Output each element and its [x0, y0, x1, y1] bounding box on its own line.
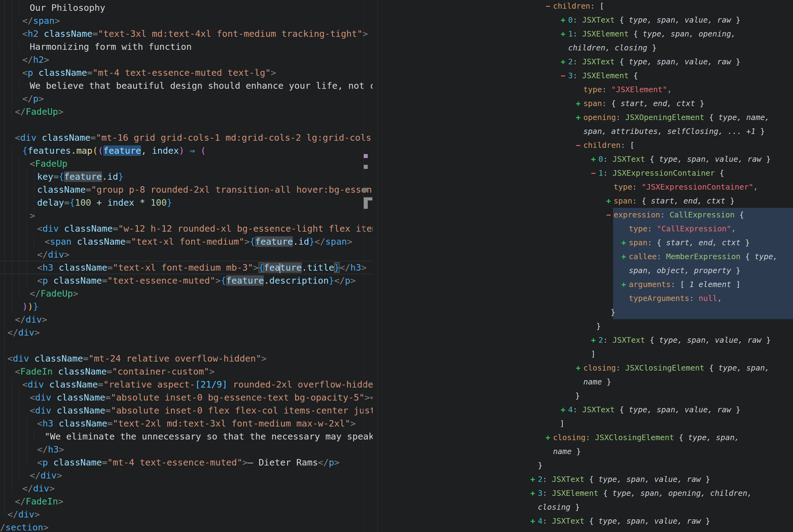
ast-line[interactable]: +span: { start, end, ctxt } — [378, 194, 793, 208]
code-line[interactable]: className="group p-8 rounded-2xl transit… — [0, 183, 373, 196]
expand-toggle-icon[interactable]: + — [530, 472, 538, 486]
code-line[interactable]: Our Philosophy — [0, 1, 373, 14]
ast-line[interactable]: +closing: JSXClosingElement { type, span… — [378, 361, 793, 375]
expand-toggle-icon[interactable]: + — [546, 431, 553, 444]
code-line[interactable]: </h2> — [0, 53, 373, 66]
code-line[interactable]: </p> — [0, 92, 373, 105]
ast-line[interactable]: name } — [378, 444, 793, 458]
ast-line[interactable]: +callee: MemberExpression { type, — [378, 250, 793, 264]
collapse-toggle-icon[interactable]: − — [561, 69, 568, 82]
ast-line[interactable]: −children: [ — [378, 138, 793, 152]
ast-line[interactable]: } — [378, 319, 793, 333]
expand-toggle-icon[interactable]: + — [576, 110, 583, 124]
ast-line[interactable]: −children: [ — [378, 0, 793, 13]
ast-line[interactable]: type: "CallExpression", — [378, 222, 793, 236]
code-line[interactable] — [0, 118, 373, 131]
expand-toggle-icon[interactable]: + — [561, 55, 568, 69]
ast-line[interactable]: −3: JSXElement { — [378, 69, 793, 82]
collapse-toggle-icon[interactable]: − — [591, 166, 598, 180]
ast-line[interactable]: +closing: JSXClosingElement { type, span… — [378, 431, 793, 444]
ast-line[interactable]: +0: JSXText { type, span, value, raw } — [378, 152, 793, 166]
ast-line[interactable]: name } — [378, 375, 793, 389]
code-line[interactable]: ))} — [0, 300, 373, 313]
ast-line[interactable]: closing } — [378, 500, 793, 514]
expand-toggle-icon[interactable]: + — [591, 333, 598, 347]
code-line[interactable]: Harmonizing form with function — [0, 40, 373, 53]
code-line[interactable]: </div> — [0, 469, 373, 482]
expand-toggle-icon[interactable]: + — [621, 236, 629, 250]
expand-toggle-icon[interactable]: + — [576, 96, 583, 110]
code-line[interactable]: </div> — [0, 326, 373, 339]
code-line[interactable]: delay={100 + index * 100} — [0, 196, 373, 209]
code-line[interactable]: /section> — [0, 521, 373, 532]
expand-toggle-icon[interactable]: + — [576, 361, 583, 375]
code-line[interactable]: <div className="absolute inset-0 flex fl… — [0, 404, 373, 417]
code-line[interactable]: We believe that beautiful design should … — [0, 79, 373, 92]
code-line[interactable]: <div className="w-12 h-12 rounded-xl bg-… — [0, 222, 373, 235]
ast-line[interactable]: type: "JSXElement", — [378, 82, 793, 96]
code-line[interactable]: <FadeUp — [0, 157, 373, 170]
jsx-source-editor-pane[interactable]: Our Philosophy</span><h2 className="text… — [0, 0, 378, 532]
expand-toggle-icon[interactable]: + — [530, 514, 538, 528]
code-line[interactable]: <div className="mt-16 grid grid-cols-1 m… — [0, 131, 373, 144]
code-line[interactable]: </h3> — [0, 443, 373, 456]
ast-line[interactable]: +2: JSXText { type, span, value, raw } — [378, 472, 793, 486]
expand-toggle-icon[interactable]: + — [606, 194, 614, 208]
ast-line[interactable]: −1: JSXExpressionContainer { — [378, 166, 793, 180]
expand-toggle-icon[interactable]: + — [621, 250, 629, 264]
code-line[interactable]: <h3 className="text-2xl md:text-3xl font… — [0, 417, 373, 430]
expand-toggle-icon[interactable]: + — [530, 486, 538, 500]
ast-line[interactable]: +4: JSXText { type, span, value, raw } — [378, 403, 793, 417]
ast-line[interactable]: +span: { start, end, ctxt } — [378, 236, 793, 250]
expand-toggle-icon[interactable]: + — [621, 278, 629, 291]
expand-toggle-icon[interactable]: + — [561, 27, 568, 41]
expand-toggle-icon[interactable]: + — [561, 403, 568, 417]
ast-line[interactable]: ] — [378, 417, 793, 431]
ast-line[interactable]: } — [378, 305, 793, 319]
ast-line[interactable]: children, closing } — [378, 41, 793, 55]
code-line[interactable]: <div className="absolute inset-0 bg-esse… — [0, 391, 373, 404]
ast-line[interactable]: +2: JSXText { type, span, value, raw } — [378, 55, 793, 69]
code-line[interactable]: </span> — [0, 14, 373, 27]
code-line[interactable]: > — [0, 209, 373, 222]
code-line[interactable]: </FadeUp> — [0, 105, 373, 118]
code-line[interactable]: <p className="mt-4 text-essence-muted">—… — [0, 456, 373, 469]
ast-line[interactable]: typeArguments: null, — [378, 291, 793, 305]
code-line[interactable]: <p className="mt-4 text-essence-muted te… — [0, 66, 373, 79]
ast-line[interactable]: +0: JSXText { type, span, value, raw } — [378, 13, 793, 27]
ast-line[interactable]: +span: { start, end, ctxt } — [378, 96, 793, 110]
ast-line[interactable]: } — [378, 458, 793, 472]
ast-line[interactable]: ] — [378, 347, 793, 361]
code-line[interactable]: {features.map((feature, index) ⇒ ( — [0, 144, 373, 157]
code-line[interactable]: key={feature.id} — [0, 170, 373, 183]
ast-tree-pane[interactable]: −children: [+0: JSXText { type, span, va… — [378, 0, 793, 532]
code-line[interactable]: <span className="text-xl font-medium">{f… — [0, 235, 373, 248]
ast-line[interactable]: +arguments: [ 1 element ] — [378, 278, 793, 291]
ast-line[interactable]: span, object, property } — [378, 264, 793, 278]
ast-line[interactable]: +4: JSXText { type, span, value, raw } — [378, 514, 793, 528]
collapse-toggle-icon[interactable]: − — [576, 138, 583, 152]
code-line[interactable]: <p className="text-essence-muted">{featu… — [0, 274, 373, 287]
code-line[interactable]: </div> — [0, 482, 373, 495]
ast-line[interactable]: +1: JSXElement { type, span, opening, — [378, 27, 793, 41]
code-line[interactable]: <div className="mt-24 relative overflow-… — [0, 352, 373, 365]
expand-toggle-icon[interactable]: + — [591, 152, 598, 166]
code-line[interactable]: <h3 className="text-xl font-medium mb-3"… — [0, 261, 373, 274]
ast-line[interactable]: +opening: JSXOpeningElement { type, name… — [378, 110, 793, 124]
code-line[interactable]: </div> — [0, 313, 373, 326]
code-line[interactable]: </FadeUp> — [0, 287, 373, 300]
code-line[interactable] — [0, 339, 373, 352]
code-line[interactable]: </div> — [0, 508, 373, 521]
code-line[interactable]: </div> — [0, 248, 373, 261]
collapse-toggle-icon[interactable]: − — [546, 0, 553, 13]
ast-line[interactable]: +2: JSXText { type, span, value, raw } — [378, 333, 793, 347]
collapse-toggle-icon[interactable]: − — [606, 208, 614, 222]
ast-line[interactable]: −expression: CallExpression { — [378, 208, 793, 222]
code-line[interactable]: <h2 className="text-3xl md:text-4xl font… — [0, 27, 373, 40]
code-line[interactable]: <FadeIn className="container-custom"> — [0, 365, 373, 378]
scrollbar-handle[interactable] — [364, 197, 368, 209]
code-line[interactable]: "We eliminate the unnecessary so that th… — [0, 430, 373, 443]
expand-toggle-icon[interactable]: + — [561, 13, 568, 27]
ast-line[interactable]: +3: JSXElement { type, span, opening, ch… — [378, 486, 793, 500]
ast-line[interactable]: type: "JSXExpressionContainer", — [378, 180, 793, 194]
